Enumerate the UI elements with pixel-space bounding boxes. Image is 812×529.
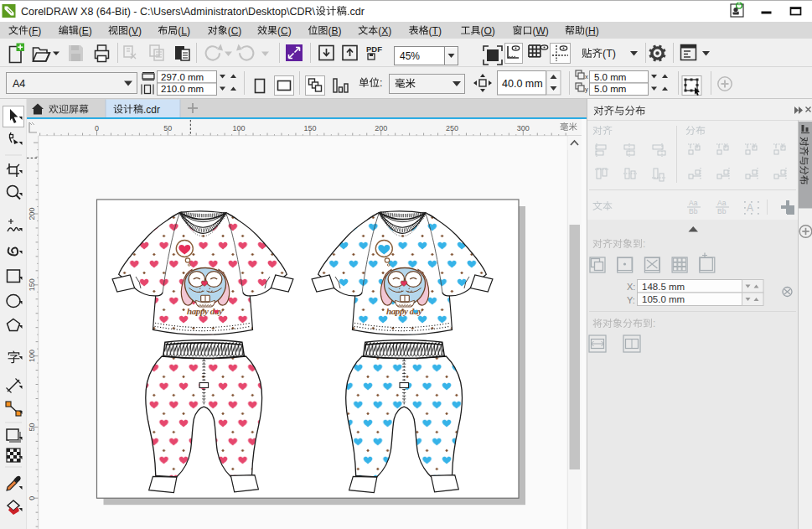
svg-text:(E): (E)	[79, 25, 92, 37]
svg-text:(W): (W)	[533, 25, 549, 37]
svg-text:105.0 mm: 105.0 mm	[642, 294, 685, 304]
svg-text:y: y	[585, 86, 588, 93]
svg-text:(C): (C)	[228, 25, 242, 37]
svg-text:Bb: Bb	[689, 207, 698, 215]
svg-text:200: 200	[375, 124, 387, 132]
svg-text:(T): (T)	[429, 25, 442, 37]
svg-text:x: x	[585, 73, 588, 80]
svg-text:45%: 45%	[400, 50, 420, 62]
svg-text:(V): (V)	[128, 25, 142, 37]
svg-text:0: 0	[28, 496, 36, 500]
svg-text:(F): (F)	[28, 25, 41, 37]
svg-text:250: 250	[446, 124, 458, 132]
svg-text:(L): (L)	[178, 25, 190, 37]
svg-text:50: 50	[163, 124, 172, 132]
svg-text:300: 300	[517, 124, 530, 132]
svg-text:X:: X:	[627, 282, 635, 292]
svg-text:210.0 mm: 210.0 mm	[161, 84, 204, 94]
svg-text::: :	[643, 238, 645, 250]
svg-text:5.0 mm: 5.0 mm	[594, 84, 626, 94]
svg-text:Y:: Y:	[627, 295, 635, 305]
svg-text:A4: A4	[13, 78, 25, 90]
svg-text:297.0 mm: 297.0 mm	[161, 72, 204, 82]
svg-text:.cdr: .cdr	[347, 6, 365, 18]
svg-text::: :	[653, 318, 655, 329]
svg-text:(X): (X)	[378, 25, 391, 37]
svg-text:PDF: PDF	[366, 44, 382, 54]
svg-text:CorelDRAW X8 (64-Bit) - C:\Use: CorelDRAW X8 (64-Bit) - C:\Users\Adminis…	[21, 6, 316, 18]
svg-text:40.0 mm: 40.0 mm	[502, 78, 543, 90]
svg-text:148.5 mm: 148.5 mm	[642, 282, 685, 292]
svg-text:(T): (T)	[603, 48, 616, 60]
svg-text:(O): (O)	[481, 25, 495, 37]
svg-text:.cdr: .cdr	[143, 104, 160, 116]
svg-text:Aa: Aa	[717, 199, 727, 207]
svg-text:150: 150	[303, 124, 316, 132]
svg-text:5.0 mm: 5.0 mm	[594, 72, 626, 82]
svg-text:Bb: Bb	[717, 207, 727, 215]
svg-text:Aa: Aa	[689, 199, 698, 207]
svg-text:100: 100	[28, 350, 36, 362]
svg-text:200: 200	[28, 207, 36, 220]
svg-text:A: A	[747, 202, 753, 214]
svg-text:50: 50	[28, 423, 36, 431]
svg-text:(B): (B)	[328, 25, 341, 37]
svg-text:(C): (C)	[277, 25, 292, 37]
svg-text:100: 100	[233, 124, 246, 132]
svg-text:0: 0	[95, 124, 99, 132]
svg-text:(H): (H)	[585, 25, 599, 37]
svg-text:150: 150	[28, 278, 36, 291]
svg-text::: :	[380, 77, 382, 89]
